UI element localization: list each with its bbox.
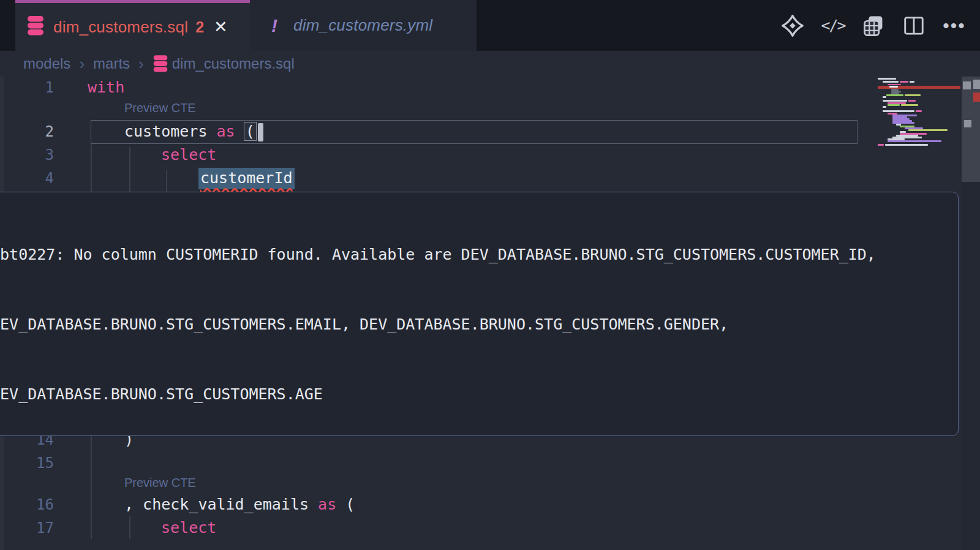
code-line: 17 select <box>0 516 876 540</box>
minimap-code-line <box>905 94 921 96</box>
dbt-icon[interactable] <box>780 13 805 38</box>
minimap-code-line <box>888 104 900 106</box>
code-line-error: 4 customerId <box>0 167 876 190</box>
minimap-code-line <box>910 81 914 83</box>
minimap-code-line <box>901 104 918 106</box>
minimap-code-line <box>908 100 916 102</box>
minimap-code-line <box>883 81 899 83</box>
code-line: 15 <box>0 451 876 475</box>
code-token: customers <box>124 122 217 140</box>
more-actions-icon[interactable]: ••• <box>942 13 967 38</box>
editor-actions-toolbar: </> ••• <box>780 0 967 51</box>
compile-code-icon[interactable]: </> <box>821 13 845 38</box>
code-line: 1 with <box>0 76 876 99</box>
chevron-right-icon: › <box>138 55 144 73</box>
minimap-code-line <box>885 144 928 146</box>
code-line: 16 , check_valid_emails as ( <box>0 493 876 516</box>
codelens-preview-cte[interactable]: Preview CTE <box>124 98 196 118</box>
tab-bar: dim_customers.sql 2 ✕ ! dim_customers.ym… <box>0 0 980 51</box>
minimap-code-line <box>888 84 901 86</box>
breadcrumb-item-file[interactable]: dim_customers.sql <box>172 55 295 72</box>
minimap-code-line <box>886 94 903 96</box>
overview-error-marker <box>973 92 980 102</box>
code-token: as <box>318 495 336 513</box>
scrollbar[interactable] <box>962 77 980 550</box>
chevron-right-icon: › <box>79 55 85 73</box>
minimap-code-line <box>916 110 922 112</box>
line-number: 3 <box>0 143 54 167</box>
copy-table-icon[interactable] <box>861 13 886 38</box>
minimap-code-line <box>883 110 914 112</box>
line-number: 1 <box>0 76 54 99</box>
breadcrumb-item-models[interactable]: models <box>23 55 70 72</box>
code-token: as <box>217 122 235 140</box>
code-line: 3 select <box>0 143 876 167</box>
text-cursor <box>258 123 263 141</box>
minimap-code-line <box>892 122 914 124</box>
code-token: ( <box>336 495 355 513</box>
tab-problem-count-badge: 2 <box>195 18 204 36</box>
overview-cursor-marker <box>964 120 971 127</box>
vscode-window: dim_customers.sql 2 ✕ ! dim_customers.ym… <box>0 0 980 550</box>
codelens-preview-cte[interactable]: Preview CTE <box>124 473 196 493</box>
line-number: 2 <box>0 120 54 143</box>
error-text: DEV_DATABASE.BRUNO.STG_CUSTOMERS.AGE <box>0 383 958 406</box>
overview-cursor-marker <box>973 80 980 89</box>
minimap-code-line <box>900 81 908 83</box>
code-token: select <box>161 519 216 537</box>
minimap-code-line <box>883 106 886 108</box>
line-number: 4 <box>0 167 54 190</box>
breadcrumb-item-marts[interactable]: marts <box>93 55 130 72</box>
database-icon <box>26 15 45 39</box>
tab-filename: dim_customers.sql <box>53 18 188 37</box>
line-number: 15 <box>0 451 54 475</box>
error-token-customerid[interactable]: customerId <box>198 168 295 189</box>
minimap-code-line <box>878 78 896 80</box>
code-token <box>235 122 244 140</box>
line-number: 17 <box>0 516 54 540</box>
minimap-code-line <box>908 129 948 131</box>
minimap-code-line <box>878 144 884 146</box>
minimap-code-line <box>888 140 941 142</box>
tab-dim-customers-yml[interactable]: ! dim_customers.yml <box>250 0 477 51</box>
tab-filename: dim_customers.yml <box>293 16 432 35</box>
error-text: DEV_DATABASE.BRUNO.STG_CUSTOMERS.EMAIL, … <box>0 313 958 336</box>
minimap-code-line <box>883 100 907 102</box>
code-line-current: 2 customers as ( <box>0 120 876 143</box>
minimap[interactable] <box>878 77 960 156</box>
code-token: with <box>88 78 124 96</box>
matched-bracket: ( <box>244 122 256 140</box>
split-editor-icon[interactable] <box>902 13 926 38</box>
code-token: , check_valid_emails <box>124 495 318 513</box>
overview-cursor-marker <box>963 81 971 89</box>
error-message-block: dbt0227: No column CUSTOMERID found. Ava… <box>0 197 958 436</box>
close-icon[interactable]: ✕ <box>214 17 228 37</box>
warning-icon: ! <box>271 15 277 36</box>
tab-dim-customers-sql[interactable]: dim_customers.sql 2 ✕ <box>15 0 250 51</box>
database-icon <box>153 55 168 73</box>
code-token: select <box>161 146 216 164</box>
minimap-code-line <box>889 86 898 88</box>
error-text: dbt0227: No column CUSTOMERID found. Ava… <box>0 243 958 266</box>
breadcrumb: models › marts › dim_customers.sql <box>0 51 980 77</box>
minimap-code-line <box>883 96 886 98</box>
line-number: 16 <box>0 493 54 516</box>
error-hover-popup: dbt0227: No column CUSTOMERID found. Ava… <box>0 192 959 436</box>
